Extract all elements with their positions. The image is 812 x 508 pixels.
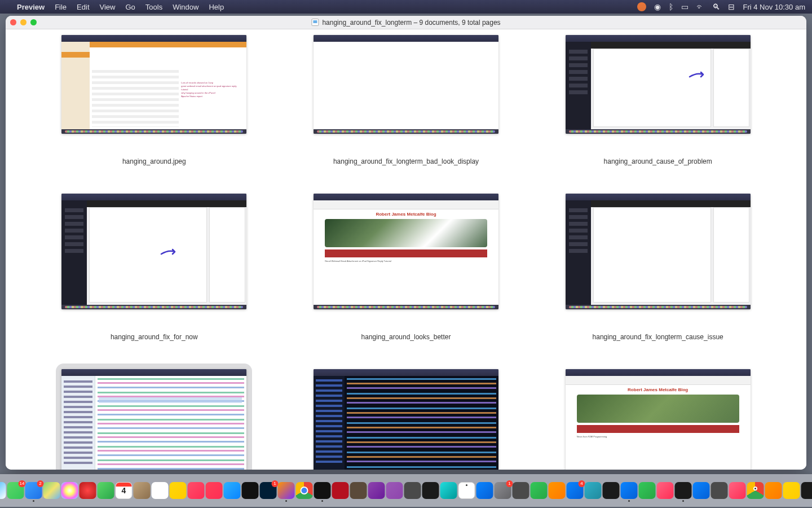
dock-app-pink[interactable] bbox=[657, 482, 674, 499]
preview-window: hanging_around_fix_longterm – 9 document… bbox=[6, 16, 806, 470]
menu-tools[interactable]: Tools bbox=[145, 3, 162, 11]
thumbnail-image[interactable]: Robert James Metcalfe BlogNews from RJM … bbox=[566, 369, 751, 470]
thumbnail-image[interactable] bbox=[61, 369, 246, 470]
close-button[interactable] bbox=[10, 19, 16, 25]
thumbnail-grid[interactable]: Lots of records showed on 1sepgreat webm… bbox=[6, 29, 806, 470]
thumbnail-cell[interactable]: hanging_around_fix_longterm_cause_issue bbox=[532, 165, 784, 341]
dock-app-dark2[interactable] bbox=[603, 482, 620, 499]
menu-file[interactable]: File bbox=[55, 3, 67, 11]
window-titlebar[interactable]: hanging_around_fix_longterm – 9 document… bbox=[6, 16, 806, 29]
zoom-button[interactable] bbox=[30, 19, 37, 25]
thumbnail-cell[interactable]: hanging_around_fix_longterm_bad_look_dis… bbox=[280, 29, 532, 165]
dock-news[interactable] bbox=[206, 482, 223, 499]
dock-preview[interactable] bbox=[458, 482, 475, 499]
dock-system-preferences[interactable]: 1 bbox=[495, 482, 511, 499]
dock-safari[interactable] bbox=[0, 482, 6, 499]
dock-app-orange2[interactable] bbox=[765, 482, 782, 499]
blog-title-text: Robert James Metcalfe Blog bbox=[566, 385, 751, 392]
menu-view[interactable]: View bbox=[100, 3, 116, 11]
thumbnail-image[interactable]: Robert James Metcalfe BlogGmail Webmail … bbox=[314, 194, 498, 309]
thumbnail-caption: hanging_around_fix_longterm_bad_look_dis… bbox=[333, 157, 479, 165]
blog-title-text: Robert James Metcalfe Blog bbox=[314, 209, 498, 217]
dock-app-green[interactable] bbox=[531, 482, 548, 499]
menu-window[interactable]: Window bbox=[173, 3, 198, 11]
dock-facetime[interactable] bbox=[98, 482, 114, 499]
dock-app-purple[interactable] bbox=[386, 482, 403, 499]
dock-app-dark3[interactable] bbox=[675, 482, 692, 499]
thumbnail-image[interactable] bbox=[61, 194, 246, 309]
window-title: hanging_around_fix_longterm – 9 document… bbox=[311, 19, 500, 27]
dock-mail[interactable]: 2 bbox=[25, 482, 42, 499]
dock-tv[interactable] bbox=[242, 482, 259, 499]
dock-firefox[interactable] bbox=[278, 482, 295, 499]
document-proxy-icon[interactable] bbox=[311, 19, 319, 26]
thumbnail-image[interactable] bbox=[314, 369, 498, 470]
window-title-text: hanging_around_fix_longterm – 9 document… bbox=[322, 19, 500, 27]
thumbnail-cell[interactable] bbox=[280, 341, 532, 470]
dock-appstore[interactable] bbox=[224, 482, 241, 499]
battery-icon[interactable]: ▭ bbox=[681, 2, 689, 11]
thumbnail-image[interactable] bbox=[566, 194, 751, 309]
thumbnail-image[interactable]: Lots of records showed on 1sepgreat webm… bbox=[61, 35, 246, 134]
thumbnail-caption: hanging_around_fix_for_now bbox=[111, 333, 198, 341]
dock-music[interactable] bbox=[188, 482, 205, 499]
dock-app-dark4[interactable] bbox=[801, 482, 813, 499]
dock-app-blue2[interactable]: 4 bbox=[567, 482, 584, 499]
dock-app-dark[interactable] bbox=[422, 482, 439, 499]
menu-edit[interactable]: Edit bbox=[77, 3, 89, 11]
thumbnail-cell[interactable]: Robert James Metcalfe BlogGmail Webmail … bbox=[280, 165, 532, 341]
dock-app-gray2[interactable] bbox=[513, 482, 529, 499]
thumbnail-cell-selected[interactable] bbox=[28, 341, 280, 470]
dock-maps[interactable] bbox=[43, 482, 60, 499]
dock-contacts[interactable] bbox=[134, 482, 151, 499]
thumbnail-cell[interactable]: Robert James Metcalfe BlogNews from RJM … bbox=[532, 341, 784, 470]
thumbnail-image[interactable] bbox=[566, 35, 751, 134]
dock-notes[interactable] bbox=[170, 482, 187, 499]
wifi-icon[interactable]: ᯤ bbox=[696, 2, 704, 11]
dock-calendar[interactable] bbox=[116, 482, 133, 499]
dock-app-gray3[interactable] bbox=[711, 482, 728, 499]
thumbnail-caption: hanging_around.jpeg bbox=[122, 157, 186, 165]
minimize-button[interactable] bbox=[20, 19, 27, 25]
dock-app-blue[interactable] bbox=[476, 482, 493, 499]
thumbnail-caption: hanging_around_looks_better bbox=[361, 333, 451, 341]
dock-app-brown[interactable] bbox=[350, 482, 367, 499]
dock-terminal[interactable] bbox=[314, 482, 331, 499]
dock-app-teal[interactable] bbox=[585, 482, 602, 499]
dock-app-pink2[interactable] bbox=[729, 482, 746, 499]
menubar: Preview File Edit View Go Tools Window H… bbox=[0, 0, 812, 14]
dock-app-blue4[interactable] bbox=[693, 482, 710, 499]
traffic-lights bbox=[10, 19, 37, 25]
thumbnail-cell[interactable]: Lots of records showed on 1sepgreat webm… bbox=[28, 29, 280, 165]
bluetooth-icon[interactable]: ᛒ bbox=[669, 2, 673, 11]
spotlight-icon[interactable]: 🔍︎ bbox=[712, 2, 720, 11]
thumbnail-image[interactable] bbox=[314, 35, 498, 134]
app-name[interactable]: Preview bbox=[17, 3, 45, 11]
dock-photoshop[interactable]: 1 bbox=[260, 482, 277, 499]
dock-photos[interactable] bbox=[61, 482, 78, 499]
thumbnail-caption: hanging_around_fix_longterm_cause_issue bbox=[593, 333, 723, 341]
menubar-clock[interactable]: Fri 4 Nov 10:30 am bbox=[743, 3, 805, 11]
dock-app-blue3[interactable] bbox=[621, 482, 638, 499]
thumbnail-caption: hanging_around_cause_of_problem bbox=[604, 157, 712, 165]
control-center-toggle-icon[interactable]: ⊟ bbox=[728, 2, 735, 11]
dock-app-red[interactable] bbox=[80, 482, 96, 499]
menu-help[interactable]: Help bbox=[209, 3, 224, 11]
contact-sheet-content: Lots of records showed on 1sepgreat webm… bbox=[6, 29, 806, 470]
menu-go[interactable]: Go bbox=[125, 3, 135, 11]
dock-podcasts[interactable] bbox=[368, 482, 385, 499]
dock-messages[interactable]: 14 bbox=[7, 482, 24, 499]
dock-reminders[interactable] bbox=[152, 482, 169, 499]
dock-app-yellow[interactable] bbox=[783, 482, 800, 499]
dock-chrome-alt[interactable] bbox=[296, 482, 313, 499]
dock-chrome[interactable] bbox=[747, 482, 764, 499]
menubar-extra-orange-icon[interactable] bbox=[637, 2, 646, 11]
dock-app-cyan[interactable] bbox=[440, 482, 457, 499]
control-center-icon[interactable]: ◉ bbox=[654, 2, 661, 11]
dock-app-orange[interactable] bbox=[549, 482, 566, 499]
dock-filezilla[interactable] bbox=[332, 482, 349, 499]
dock-app-gray[interactable] bbox=[404, 482, 421, 499]
thumbnail-cell[interactable]: hanging_around_fix_for_now bbox=[28, 165, 280, 341]
thumbnail-cell[interactable]: hanging_around_cause_of_problem bbox=[532, 29, 784, 165]
dock-app-green2[interactable] bbox=[639, 482, 656, 499]
